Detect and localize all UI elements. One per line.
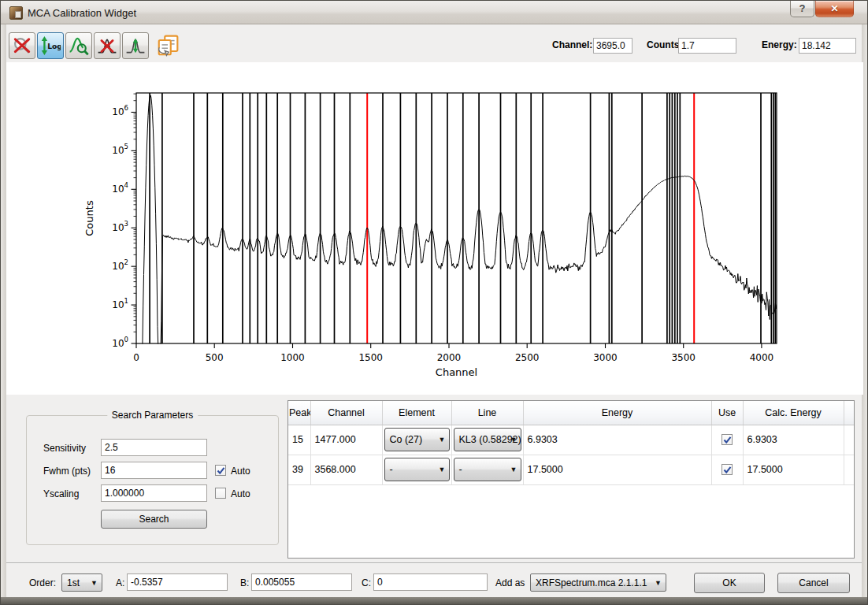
spectrum-plot[interactable]: 1001011021031041051060500100015002000250…: [6, 62, 863, 395]
peak-search-zoom-button[interactable]: [65, 32, 92, 59]
fwhm-input[interactable]: [101, 462, 207, 479]
replace-document-button[interactable]: [156, 34, 180, 58]
add-as-label: Add as: [495, 577, 525, 588]
col-line[interactable]: Line: [451, 401, 523, 425]
a-input[interactable]: [127, 573, 228, 591]
b-input[interactable]: [251, 573, 352, 591]
window-border-bottom[interactable]: [1, 597, 867, 604]
col-calc-energy[interactable]: Calc. Energy: [743, 401, 844, 425]
svg-text:106: 106: [112, 104, 128, 117]
use-checkbox[interactable]: [721, 464, 733, 475]
order-select[interactable]: 1st ▼: [61, 573, 102, 592]
peak-delete-icon: [97, 45, 117, 58]
c-input[interactable]: [373, 573, 488, 591]
peak-table-body: 151477.000Co (27)▼KL3 (0.58292)▼6.93036.…: [288, 425, 854, 484]
peak-cell[interactable]: 39: [288, 455, 310, 484]
b-label: B:: [240, 577, 249, 588]
check-icon: [722, 435, 733, 445]
line-select[interactable]: -▼: [454, 458, 521, 481]
col-stub: [844, 401, 854, 425]
element-select[interactable]: Co (27)▼: [384, 428, 450, 451]
calc-energy-cell: 6.9303: [743, 425, 844, 455]
a-label: A:: [116, 577, 124, 588]
peak-magnifier-icon: [69, 45, 89, 58]
document-copy-icon: [156, 46, 180, 60]
svg-text:104: 104: [112, 181, 128, 195]
chevron-down-icon: ▼: [510, 466, 517, 473]
channel-label: Channel:: [552, 39, 592, 50]
use-checkbox[interactable]: [721, 434, 733, 445]
c-label: C:: [362, 577, 371, 588]
yscaling-auto-checkbox[interactable]: [215, 488, 226, 499]
yscaling-input[interactable]: [101, 484, 207, 502]
log-toggle-button[interactable]: Log: [37, 32, 64, 59]
help-button[interactable]: ?: [790, 1, 814, 17]
energy-label: Energy:: [762, 39, 797, 50]
check-icon: [722, 465, 733, 475]
y-axis-label: Counts: [83, 200, 95, 236]
col-channel[interactable]: Channel: [310, 401, 382, 425]
peak-arrow-icon: [125, 45, 146, 58]
peak-marker-button[interactable]: [122, 32, 149, 59]
app-icon: [9, 6, 23, 20]
element-value: -: [390, 464, 393, 475]
calc-energy-cell: 17.5000: [743, 455, 844, 484]
fwhm-label: Fwhm (pts): [43, 466, 91, 477]
ok-button[interactable]: OK: [694, 573, 765, 593]
svg-text:3500: 3500: [671, 352, 696, 363]
line-value: -: [459, 464, 462, 475]
element-value: Co (27): [390, 434, 423, 445]
chevron-down-icon: ▼: [439, 436, 446, 444]
counts-label: Counts:: [647, 39, 682, 50]
energy-cell[interactable]: 17.5000: [523, 455, 711, 484]
col-peak[interactable]: Peak: [288, 401, 310, 425]
energy-value: 18.142: [799, 38, 856, 54]
order-label: Order:: [29, 577, 56, 588]
col-element[interactable]: Element: [382, 401, 451, 425]
sensitivity-input[interactable]: [101, 439, 207, 456]
chevron-down-icon: ▼: [510, 436, 517, 444]
col-energy[interactable]: Energy: [523, 401, 711, 425]
energy-cell[interactable]: 6.9303: [523, 425, 711, 455]
energy-readout: Energy: 18.142: [762, 38, 858, 54]
counts-readout: Counts: 1.7: [647, 38, 741, 54]
svg-text:1000: 1000: [280, 352, 305, 363]
zoom-reset-button[interactable]: [9, 32, 35, 59]
svg-text:103: 103: [112, 220, 128, 233]
svg-text:Log: Log: [47, 42, 61, 50]
line-select[interactable]: KL3 (0.58292)▼: [454, 428, 521, 451]
yscaling-label: Yscaling: [43, 488, 79, 499]
element-select[interactable]: -▼: [384, 458, 450, 481]
footer-separator-highlight: [6, 563, 862, 564]
order-value: 1st: [67, 577, 80, 588]
chevron-down-icon: ▼: [91, 578, 98, 586]
svg-text:4000: 4000: [750, 352, 774, 363]
channel-readout: Channel: 3695.0: [552, 38, 639, 54]
group-title: Search Parameters: [107, 410, 198, 421]
log-axis-icon: Log: [40, 45, 61, 58]
svg-text:3000: 3000: [593, 352, 618, 363]
channel-cell[interactable]: 3568.000: [310, 455, 382, 484]
check-icon: [216, 466, 226, 476]
channel-cell[interactable]: 1477.000: [310, 425, 382, 455]
fwhm-auto-checkbox[interactable]: [215, 465, 226, 476]
plot-widget: 1001011021031041051060500100015002000250…: [6, 62, 863, 395]
table-header-row: Peak Channel Element Line Energy Use Cal…: [288, 401, 854, 425]
add-as-value: XRFSpectrum.mca 2.1.1.1: [536, 577, 647, 588]
clear-peaks-button[interactable]: [94, 32, 121, 59]
window-border-left[interactable]: [1, 24, 6, 604]
svg-text:101: 101: [112, 297, 128, 310]
close-button[interactable]: ✕: [815, 1, 854, 17]
x-axis-label: Channel: [436, 366, 477, 378]
add-as-select[interactable]: XRFSpectrum.mca 2.1.1.1 ▼: [530, 573, 666, 592]
svg-text:1500: 1500: [358, 352, 383, 363]
table-row: 151477.000Co (27)▼KL3 (0.58292)▼6.93036.…: [288, 425, 854, 455]
svg-text:500: 500: [206, 352, 224, 363]
peak-cell[interactable]: 15: [288, 425, 310, 455]
chevron-down-icon: ▼: [439, 466, 446, 473]
col-use[interactable]: Use: [711, 401, 743, 425]
counts-value: 1.7: [678, 38, 736, 54]
search-button[interactable]: Search: [101, 510, 207, 529]
cancel-button[interactable]: Cancel: [777, 573, 850, 593]
peak-table: Peak Channel Element Line Energy Use Cal…: [287, 400, 855, 559]
